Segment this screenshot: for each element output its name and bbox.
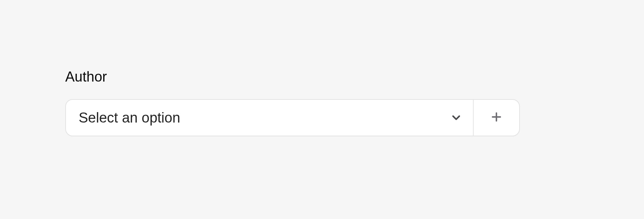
author-control-row: Select an option: [65, 99, 520, 136]
chevron-down-icon: [450, 111, 463, 124]
author-select-placeholder: Select an option: [79, 111, 180, 125]
author-field-label: Author: [65, 69, 520, 85]
add-author-button[interactable]: [473, 100, 519, 136]
plus-icon: [490, 110, 503, 125]
author-select[interactable]: Select an option: [66, 100, 473, 136]
